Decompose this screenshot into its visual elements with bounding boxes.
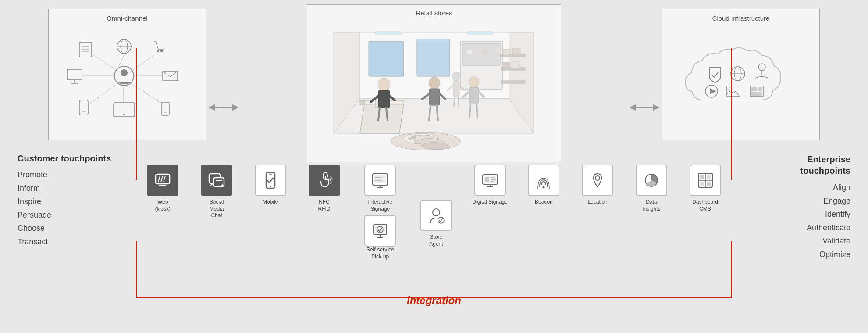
icon-interactive-signage: InteractiveSignage Self-servicePick-up [356, 165, 404, 260]
svg-line-68 [470, 103, 470, 118]
svg-rect-145 [700, 175, 704, 179]
svg-rect-147 [700, 182, 704, 186]
icon-mobile: Mobile [249, 165, 292, 206]
svg-point-64 [469, 77, 479, 87]
location-icon-box [582, 165, 613, 196]
svg-rect-11 [67, 69, 82, 80]
touchpoint-transact: Transact [18, 235, 111, 249]
red-line-left [136, 48, 137, 180]
svg-rect-119 [374, 175, 386, 183]
svg-rect-37 [417, 39, 450, 76]
svg-rect-19 [161, 102, 169, 115]
customer-touchpoints-title: Customer touchpoints [18, 154, 111, 164]
svg-point-138 [543, 186, 545, 189]
main-container: Omni-channel [0, 0, 868, 333]
touchpoint-inform: Inform [18, 182, 111, 195]
enterprise-optimize: Optimize [800, 248, 850, 261]
enterprise-validate: Validate [800, 234, 850, 248]
svg-marker-47 [360, 105, 404, 133]
left-arrow-container [206, 66, 241, 149]
customer-touchpoints-section: Customer touchpoints Promote Inform Insp… [18, 154, 111, 249]
web-kiosk-label: Web(kiosk) [155, 199, 171, 212]
top-section: Omni-channel [48, 9, 820, 149]
self-service-pickup-icon-box [364, 215, 396, 247]
data-insights-icon-box [636, 165, 667, 196]
self-service-pickup-label: Self-servicePick-up [366, 247, 394, 260]
svg-line-102 [158, 176, 160, 182]
svg-line-103 [161, 176, 163, 182]
svg-rect-17 [114, 103, 135, 117]
right-arrow-container [627, 66, 662, 149]
icon-digital-signage: Digital Signage [468, 165, 512, 206]
retail-illustration [312, 19, 556, 155]
omni-channel-box: Omni-channel [48, 9, 206, 140]
enterprise-align: Align [800, 181, 850, 194]
interactive-signage-label: InteractiveSignage [368, 199, 392, 212]
svg-point-128 [433, 209, 440, 216]
touchpoint-choose: Choose [18, 222, 111, 235]
svg-point-9 [157, 50, 159, 52]
svg-marker-48 [360, 100, 364, 105]
icon-data-insights: DataInsights [630, 165, 673, 212]
enterprise-touchpoints-list: Align Engage Identify Authenticate Valid… [800, 181, 850, 261]
svg-point-43 [490, 50, 494, 55]
svg-rect-59 [429, 89, 440, 105]
cloud-infrastructure-title: Cloud infrastructure [668, 14, 814, 22]
svg-point-52 [378, 78, 390, 90]
svg-point-58 [429, 77, 440, 89]
svg-rect-46 [467, 32, 494, 34]
nfc-rfid-label: NFCRFID [318, 199, 331, 212]
svg-point-41 [475, 51, 480, 56]
icon-web-kiosk: Web(kiosk) [141, 165, 185, 212]
icon-dashboard-cms: DashboardCMS [683, 165, 727, 212]
enterprise-engage: Engage [800, 194, 850, 208]
svg-point-139 [595, 176, 600, 180]
svg-rect-65 [469, 87, 479, 103]
svg-line-74 [454, 96, 455, 107]
svg-rect-99 [758, 87, 762, 91]
svg-rect-82 [512, 48, 520, 55]
social-media-chat-label: SocialMediaChat [210, 199, 224, 219]
interactive-signage-icon-box [364, 165, 396, 196]
svg-line-28 [129, 82, 164, 104]
digital-signage-label: Digital Signage [472, 199, 508, 206]
mobile-label: Mobile [263, 199, 278, 206]
store-agent-icon-box [420, 200, 452, 231]
mobile-icon-box [255, 165, 286, 196]
bottom-section: Customer touchpoints Promote Inform Insp… [0, 149, 868, 333]
retail-stores-title: Retail stores [312, 9, 556, 17]
touchpoint-promote: Promote [18, 168, 111, 182]
svg-line-104 [164, 176, 165, 182]
svg-line-23 [131, 55, 154, 72]
enterprise-touchpoints-section: Enterprise touchpoints Align Engage Iden… [800, 154, 850, 261]
svg-rect-98 [751, 87, 757, 91]
icons-row: Web(kiosk) SocialMediaChat [136, 165, 732, 260]
svg-line-75 [458, 96, 459, 107]
svg-line-69 [477, 103, 477, 118]
svg-line-21 [93, 55, 115, 69]
svg-rect-53 [378, 90, 390, 108]
svg-rect-36 [369, 41, 404, 76]
retail-stores-box: Retail stores [307, 4, 561, 162]
cloud-diagram [668, 25, 814, 131]
red-line-right [731, 48, 732, 180]
svg-rect-134 [485, 177, 489, 182]
web-kiosk-icon-box [147, 165, 178, 196]
svg-rect-83 [503, 62, 510, 68]
svg-rect-146 [707, 175, 711, 179]
beacon-label: Beacon [535, 199, 553, 206]
icon-store-agent: StoreAgent [414, 200, 458, 247]
omni-diagram [54, 25, 200, 131]
svg-rect-15 [79, 100, 88, 115]
svg-point-40 [467, 50, 472, 55]
enterprise-touchpoints-title: Enterprise touchpoints [800, 154, 850, 176]
right-arrow-icon [629, 102, 660, 113]
omni-channel-title: Omni-channel [54, 14, 200, 22]
svg-point-113 [270, 186, 271, 187]
icon-nfc-rfid: NFCRFID [302, 165, 346, 212]
svg-rect-45 [375, 32, 402, 34]
integration-label: integration [407, 294, 461, 307]
store-agent-label: StoreAgent [429, 234, 443, 247]
svg-line-26 [89, 82, 119, 104]
beacon-icon-box [528, 165, 559, 196]
